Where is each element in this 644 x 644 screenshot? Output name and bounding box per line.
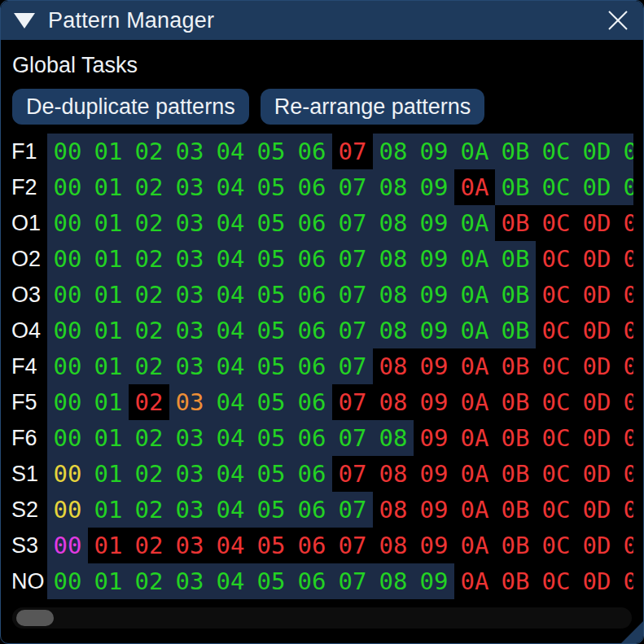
pattern-cell[interactable]: 05 (251, 169, 291, 205)
pattern-cell[interactable]: 0C (536, 205, 576, 241)
pattern-cell[interactable]: 00 (47, 205, 88, 241)
pattern-cell[interactable]: 01 (88, 205, 129, 241)
pattern-cell[interactable]: 0C (536, 528, 576, 563)
pattern-cell[interactable]: 04 (210, 134, 251, 169)
pattern-cell[interactable]: 09 (414, 277, 454, 313)
pattern-cell[interactable]: 0D (576, 563, 617, 599)
pattern-cell[interactable]: 05 (251, 348, 291, 384)
pattern-cell[interactable]: 08 (373, 492, 414, 528)
pattern-cell[interactable]: 09 (414, 241, 454, 277)
pattern-cell[interactable]: 01 (88, 563, 129, 599)
pattern-cell[interactable]: 0C (536, 384, 576, 420)
pattern-cell[interactable]: 01 (88, 169, 129, 205)
pattern-cell[interactable]: 08 (373, 277, 414, 313)
pattern-cell[interactable]: 03 (169, 205, 210, 241)
pattern-cell[interactable]: 09 (414, 205, 454, 241)
pattern-cell[interactable]: 0B (495, 563, 536, 599)
pattern-cell[interactable]: 04 (210, 492, 251, 528)
scrollbar-track[interactable] (12, 607, 632, 629)
pattern-cell[interactable]: 00 (47, 277, 88, 313)
close-icon[interactable] (604, 7, 632, 34)
pattern-cell[interactable]: 04 (210, 241, 251, 277)
pattern-cell[interactable]: 04 (210, 277, 251, 313)
pattern-cell[interactable]: 07 (332, 456, 373, 492)
pattern-cell[interactable]: 04 (210, 456, 251, 492)
pattern-cell[interactable]: 0B (495, 492, 536, 528)
pattern-cell[interactable]: 0A (454, 348, 495, 384)
pattern-cell[interactable]: 05 (251, 492, 291, 528)
pattern-cell[interactable]: 0D (576, 528, 617, 563)
pattern-cell[interactable]: 02 (129, 420, 169, 456)
pattern-cell[interactable]: 02 (129, 563, 169, 599)
pattern-cell[interactable]: 02 (129, 348, 169, 384)
pattern-cell[interactable]: 06 (291, 205, 332, 241)
pattern-cell[interactable]: 05 (251, 134, 291, 169)
rearrange-patterns-button[interactable]: Re-arrange patterns (261, 89, 485, 125)
pattern-cell[interactable]: 0B (495, 313, 536, 348)
pattern-cell[interactable]: 05 (251, 313, 291, 348)
pattern-cell[interactable]: 08 (373, 420, 414, 456)
horizontal-scrollbar[interactable] (12, 607, 632, 629)
pattern-cell[interactable]: 00 (47, 563, 88, 599)
pattern-cell[interactable]: 01 (88, 384, 129, 420)
pattern-cell[interactable]: 03 (169, 528, 210, 563)
pattern-cell[interactable]: 06 (291, 348, 332, 384)
pattern-cell[interactable]: 06 (291, 384, 332, 420)
pattern-cell[interactable]: 06 (291, 277, 332, 313)
pattern-cell[interactable]: 01 (88, 241, 129, 277)
pattern-cell[interactable]: 0E (617, 313, 633, 348)
pattern-cell[interactable]: 07 (332, 420, 373, 456)
pattern-cell[interactable]: 04 (210, 348, 251, 384)
pattern-cell[interactable]: 04 (210, 420, 251, 456)
pattern-cell[interactable]: 0E (617, 528, 633, 563)
pattern-cell[interactable]: 00 (47, 348, 88, 384)
pattern-cell[interactable]: 08 (373, 348, 414, 384)
pattern-cell[interactable]: 03 (169, 169, 210, 205)
pattern-cell[interactable]: 0D (576, 169, 617, 205)
pattern-cell[interactable]: 09 (414, 563, 454, 599)
pattern-cell[interactable]: 0B (495, 348, 536, 384)
pattern-cell[interactable]: 02 (129, 169, 169, 205)
pattern-cell[interactable]: 03 (169, 492, 210, 528)
pattern-cell[interactable]: 05 (251, 241, 291, 277)
pattern-cell[interactable]: 08 (373, 456, 414, 492)
pattern-cell[interactable]: 07 (332, 313, 373, 348)
resize-grip-icon[interactable] (621, 621, 643, 643)
pattern-cell[interactable]: 0E (617, 563, 633, 599)
pattern-cell[interactable]: 0E (617, 277, 633, 313)
pattern-cell[interactable]: 0B (495, 134, 536, 169)
pattern-cell[interactable]: 03 (169, 420, 210, 456)
pattern-cell[interactable]: 04 (210, 169, 251, 205)
pattern-cell[interactable]: 09 (414, 528, 454, 563)
pattern-cell[interactable]: 0A (454, 492, 495, 528)
pattern-cell[interactable]: 08 (373, 134, 414, 169)
pattern-cell[interactable]: 0E (617, 384, 633, 420)
pattern-cell[interactable]: 07 (332, 277, 373, 313)
pattern-cell[interactable]: 08 (373, 169, 414, 205)
pattern-cell[interactable]: 01 (88, 492, 129, 528)
titlebar[interactable]: Pattern Manager (1, 1, 643, 40)
pattern-cell[interactable]: 02 (129, 277, 169, 313)
pattern-cell[interactable]: 03 (169, 456, 210, 492)
pattern-cell[interactable]: 0A (454, 205, 495, 241)
pattern-cell[interactable]: 04 (210, 384, 251, 420)
pattern-cell[interactable]: 08 (373, 528, 414, 563)
pattern-cell[interactable]: 00 (47, 384, 88, 420)
pattern-cell[interactable]: 05 (251, 205, 291, 241)
pattern-cell[interactable]: 00 (47, 492, 88, 528)
pattern-cell[interactable]: 0A (454, 384, 495, 420)
pattern-cell[interactable]: 02 (129, 528, 169, 563)
pattern-cell[interactable]: 0D (576, 241, 617, 277)
pattern-cell[interactable]: 0A (454, 169, 495, 205)
pattern-cell[interactable]: 0D (576, 313, 617, 348)
pattern-cell[interactable]: 06 (291, 492, 332, 528)
pattern-cell[interactable]: 06 (291, 420, 332, 456)
pattern-cell[interactable]: 0A (454, 277, 495, 313)
pattern-cell[interactable]: 05 (251, 563, 291, 599)
pattern-cell[interactable]: 0A (454, 528, 495, 563)
pattern-cell[interactable]: 01 (88, 456, 129, 492)
pattern-cell[interactable]: 0A (454, 456, 495, 492)
pattern-cell[interactable]: 05 (251, 528, 291, 563)
pattern-cell[interactable]: 03 (169, 241, 210, 277)
pattern-cell[interactable]: 08 (373, 241, 414, 277)
